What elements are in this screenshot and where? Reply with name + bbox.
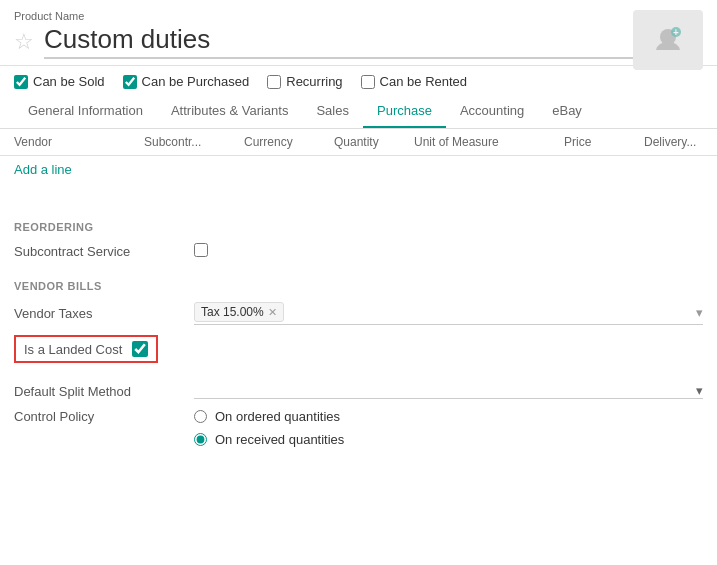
reordering-title: Reordering <box>14 221 703 233</box>
vendor-taxes-dropdown-arrow[interactable]: ▾ <box>696 305 703 320</box>
subcontract-service-label: Subcontract Service <box>14 244 194 259</box>
subcontract-service-row: Subcontract Service <box>14 243 703 260</box>
control-policy-options: On ordered quantities On received quanti… <box>194 409 703 447</box>
svg-text:+: + <box>673 27 679 38</box>
product-photo-placeholder[interactable]: + <box>633 10 703 70</box>
tab-purchase[interactable]: Purchase <box>363 95 446 128</box>
col-vendor: Vendor <box>14 135 144 149</box>
can-be-rented-input[interactable] <box>361 75 375 89</box>
can-be-purchased-input[interactable] <box>123 75 137 89</box>
default-split-arrow: ▾ <box>696 383 703 398</box>
can-be-sold-input[interactable] <box>14 75 28 89</box>
subcontract-service-checkbox[interactable] <box>194 243 208 257</box>
tab-ebay[interactable]: eBay <box>538 95 596 128</box>
default-split-method-row: Default Split Method ▾ <box>14 383 703 399</box>
tab-sales[interactable]: Sales <box>302 95 363 128</box>
tax-badge-text: Tax 15.00% <box>201 305 264 319</box>
can-be-purchased-checkbox[interactable]: Can be Purchased <box>123 74 250 89</box>
vendor-table-header: Vendor Subcontr... Currency Quantity Uni… <box>0 129 717 156</box>
vendor-taxes-field[interactable]: Tax 15.00% ✕ ▾ <box>194 302 703 325</box>
tab-attributes-variants[interactable]: Attributes & Variants <box>157 95 303 128</box>
vendor-taxes-row: Vendor Taxes Tax 15.00% ✕ ▾ <box>14 302 703 325</box>
col-currency: Currency <box>244 135 334 149</box>
product-title[interactable]: Custom duties <box>44 24 668 59</box>
landed-cost-container: Is a Landed Cost <box>14 335 703 373</box>
reordering-section: Reordering Subcontract Service <box>14 221 703 260</box>
landed-cost-row: Is a Landed Cost <box>14 335 158 363</box>
default-split-method-field[interactable]: ▾ <box>194 383 703 399</box>
default-split-method-label: Default Split Method <box>14 384 194 399</box>
tab-general-information[interactable]: General Information <box>14 95 157 128</box>
favorite-star-icon[interactable]: ☆ <box>14 29 34 55</box>
tab-accounting[interactable]: Accounting <box>446 95 538 128</box>
vendor-bills-section: Vendor Bills Vendor Taxes Tax 15.00% ✕ ▾… <box>14 280 703 447</box>
can-be-sold-checkbox[interactable]: Can be Sold <box>14 74 105 89</box>
product-name-label: Product Name <box>14 10 703 22</box>
col-quantity: Quantity <box>334 135 414 149</box>
can-be-rented-checkbox[interactable]: Can be Rented <box>361 74 467 89</box>
tabs-bar: General Information Attributes & Variant… <box>0 95 717 129</box>
subcontract-service-value <box>194 243 703 260</box>
landed-cost-label: Is a Landed Cost <box>24 342 122 357</box>
col-subcontract: Subcontr... <box>144 135 244 149</box>
radio-on-ordered-label: On ordered quantities <box>215 409 340 424</box>
col-unit-of-measure: Unit of Measure <box>414 135 564 149</box>
radio-on-ordered[interactable]: On ordered quantities <box>194 409 703 424</box>
control-policy-row: Control Policy On ordered quantities On … <box>14 409 703 447</box>
tax-badge-remove[interactable]: ✕ <box>268 306 277 319</box>
vendor-bills-title: Vendor Bills <box>14 280 703 292</box>
recurring-input[interactable] <box>267 75 281 89</box>
landed-cost-checkbox[interactable] <box>132 341 148 357</box>
tax-badge: Tax 15.00% ✕ <box>194 302 284 322</box>
radio-on-ordered-input[interactable] <box>194 410 207 423</box>
checkboxes-row: Can be Sold Can be Purchased Recurring C… <box>0 66 717 95</box>
recurring-checkbox[interactable]: Recurring <box>267 74 342 89</box>
main-content: Reordering Subcontract Service Vendor Bi… <box>0 183 717 471</box>
radio-on-received-label: On received quantities <box>215 432 344 447</box>
radio-on-received-input[interactable] <box>194 433 207 446</box>
vendor-taxes-label: Vendor Taxes <box>14 306 194 321</box>
radio-on-received[interactable]: On received quantities <box>194 432 703 447</box>
col-delivery: Delivery... <box>644 135 717 149</box>
col-price: Price <box>564 135 644 149</box>
control-policy-label: Control Policy <box>14 409 194 424</box>
add-line-button[interactable]: Add a line <box>0 156 717 183</box>
